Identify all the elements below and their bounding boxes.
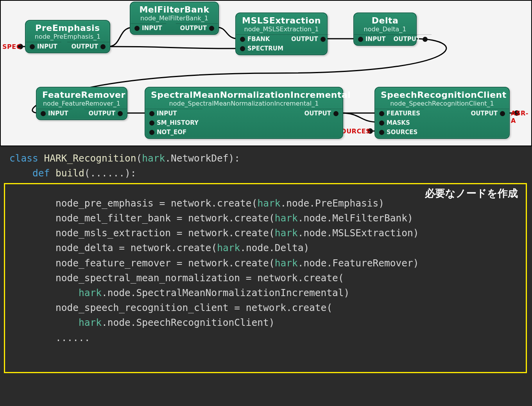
external-label-spec: SPEC [2, 43, 21, 50]
port-dot-icon [500, 111, 505, 116]
port-input[interactable]: INPUT [145, 109, 202, 118]
port-features[interactable]: FEATURES [375, 109, 424, 118]
port-sources[interactable]: SOURCES [375, 128, 424, 137]
port-dot-icon [379, 130, 384, 135]
port-dot-icon [379, 120, 384, 126]
port-dot-icon [240, 46, 245, 51]
node-spectral-mean-normalization[interactable]: SpectralMeanNormalizationIncremental nod… [145, 87, 343, 139]
node-title: SpeechRecognitionClient [381, 90, 503, 100]
port-input[interactable]: INPUT [354, 34, 390, 43]
port-spectrum[interactable]: SPECTRUM [236, 44, 287, 53]
keyword-class: class [9, 153, 38, 164]
port-output[interactable]: OUTPUT [84, 109, 127, 118]
port-masks[interactable]: MASKS [375, 119, 424, 127]
external-label-asr-a: ASR-A [511, 110, 531, 124]
port-output[interactable]: OUTPUT [300, 109, 342, 118]
port-output[interactable]: OUTPUT [176, 23, 218, 32]
port-output[interactable]: OUTPUT [287, 34, 330, 43]
port-dot-icon [149, 111, 154, 116]
port-dot-icon [423, 37, 428, 42]
node-subtitle: node_FeatureRemover_1 [42, 100, 121, 107]
port-dot-icon [358, 37, 363, 42]
node-subtitle: node_SpeechRecognitionClient_1 [381, 100, 503, 107]
port-output[interactable]: OUTPUT [67, 42, 109, 51]
port-dot-icon [321, 37, 326, 42]
port-not-eof[interactable]: NOT_EOF [145, 128, 202, 137]
port-dot-icon [333, 111, 339, 116]
node-title: MelFilterBank [136, 5, 213, 14]
node-subtitle: node_Delta_1 [360, 25, 410, 33]
node-subtitle: node_MelFilterBank_1 [136, 14, 213, 22]
node-title: MSLSExtraction [242, 16, 321, 25]
port-input[interactable]: INPUT [131, 23, 166, 32]
node-mel-filter-bank[interactable]: MelFilterBank node_MelFilterBank_1 INPUT… [130, 2, 219, 35]
keyword-def: def [32, 167, 50, 179]
port-sm-history[interactable]: SM_HISTORY [145, 119, 202, 127]
port-dot-icon [149, 130, 154, 135]
port-dot-icon [134, 26, 140, 31]
code-block: class HARK_Recognition(hark.NetworkDef):… [0, 146, 532, 406]
class-name: HARK_Recognition [44, 153, 136, 164]
node-speech-recognition-client[interactable]: SpeechRecognitionClient node_SpeechRecog… [374, 87, 510, 139]
node-feature-remover[interactable]: FeatureRemover node_FeatureRemover_1 INP… [36, 87, 127, 120]
node-title: FeatureRemover [42, 90, 121, 100]
port-dot-icon [209, 26, 214, 31]
node-title: SpectralMeanNormalizationIncremental [151, 90, 337, 100]
port-fbank[interactable]: FBANK [236, 34, 287, 43]
port-dot-icon [118, 111, 123, 116]
port-dot-icon [41, 111, 46, 116]
node-title: Delta [360, 16, 410, 25]
node-graph-diagram: SPEC SOURCES ASR-A PreEmphasis node_PreE… [0, 0, 532, 146]
node-delta[interactable]: Delta node_Delta_1 INPUT OUTPUT [353, 13, 417, 46]
port-output[interactable]: OUTPUT [467, 109, 509, 118]
port-dot-icon [379, 111, 384, 116]
node-msls-extraction[interactable]: MSLSExtraction node_MSLSExtraction_1 FBA… [235, 13, 328, 55]
port-output[interactable]: OUTPUT [390, 34, 432, 43]
port-dot-icon [30, 44, 35, 49]
node-subtitle: node_SpectralMeanNormalizationIncrementa… [151, 100, 337, 107]
port-input[interactable]: INPUT [26, 42, 61, 51]
node-title: PreEmphasis [31, 23, 104, 33]
port-dot-icon [100, 44, 106, 49]
annotation-create-nodes: 必要なノードを作成 [425, 185, 518, 201]
node-pre-emphasis[interactable]: PreEmphasis node_PreEmphasis_1 INPUT OUT… [25, 20, 110, 53]
node-subtitle: node_PreEmphasis_1 [31, 33, 104, 40]
port-dot-icon [149, 120, 154, 126]
port-dot-icon [240, 37, 245, 42]
function-build: build [56, 167, 84, 179]
port-input[interactable]: INPUT [37, 109, 72, 118]
node-subtitle: node_MSLSExtraction_1 [242, 25, 321, 33]
